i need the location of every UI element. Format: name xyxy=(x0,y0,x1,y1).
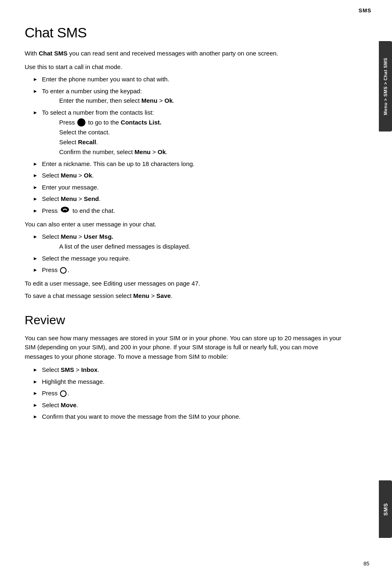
list-item: ► Select SMS > Inbox. xyxy=(25,365,347,375)
bullet-arrow-icon: ► xyxy=(33,160,38,168)
intro-paragraph: With Chat SMS you can read sent and rece… xyxy=(25,49,347,58)
list-item: ► Enter your message. xyxy=(25,183,347,192)
list-item: ► Enter the phone number you want to cha… xyxy=(25,75,347,84)
also-text: You can also enter a user message in you… xyxy=(25,220,347,229)
ok-circle-icon xyxy=(60,267,67,274)
list-item: ► Confirm that you want to move the mess… xyxy=(25,412,347,422)
bullet-arrow-icon: ► xyxy=(33,378,38,385)
list-item: ► Enter a nickname. This can be up to 18… xyxy=(25,159,347,169)
bullet-arrow-icon: ► xyxy=(33,390,38,397)
bullet-arrow-icon: ► xyxy=(33,401,38,409)
list-item: ► Select the message you require. xyxy=(25,254,347,263)
list-item: ► To select a number from the contacts l… xyxy=(25,108,347,157)
review-title: Review xyxy=(25,313,347,327)
use-this-text: Use this to start a call in chat mode. xyxy=(25,62,347,72)
save-text: To save a chat message session select Me… xyxy=(25,291,347,301)
review-intro: You can see how many messages are stored… xyxy=(25,334,347,362)
page-container: SMS Menu > SMS > Chat SMS SMS Chat SMS W… xyxy=(0,0,392,579)
bullet-arrow-icon: ► xyxy=(33,266,38,274)
right-tab-menu-sms-chat: Menu > SMS > Chat SMS xyxy=(379,41,392,131)
bullet-arrow-icon: ► xyxy=(33,207,38,215)
ok-circle-icon-2 xyxy=(60,390,67,397)
user-msg-bullet-list: ► Select Menu > User Msg. A list of the … xyxy=(25,232,347,275)
bullet-arrow-icon: ► xyxy=(33,76,38,83)
list-item: ► Press . xyxy=(25,389,347,398)
list-item: ► Press to end the chat. xyxy=(25,206,347,216)
edit-text: To edit a user message, see Editing user… xyxy=(25,279,347,288)
end-call-icon xyxy=(60,206,69,216)
chapter-title: Chat SMS xyxy=(25,25,347,41)
list-item: ► Select Move. xyxy=(25,401,347,410)
bullet-arrow-icon: ► xyxy=(33,88,38,95)
review-bullet-list: ► Select SMS > Inbox. ► Highlight the me… xyxy=(25,365,347,422)
bullet-arrow-icon: ► xyxy=(33,109,38,116)
contacts-icon xyxy=(77,118,85,127)
list-item: ► Select Menu > Send. xyxy=(25,194,347,204)
bullet-arrow-icon: ► xyxy=(33,195,38,203)
bullet-arrow-icon: ► xyxy=(33,255,38,262)
list-item: ► Highlight the message. xyxy=(25,377,347,387)
bullet-arrow-icon: ► xyxy=(33,413,38,420)
page-number: 85 xyxy=(364,561,369,567)
main-content: Chat SMS With Chat SMS you can read sent… xyxy=(0,0,376,450)
bullet-arrow-icon: ► xyxy=(33,184,38,191)
list-item: ► Select Menu > User Msg. A list of the … xyxy=(25,232,347,251)
list-item: ► Select Menu > Ok. xyxy=(25,171,347,180)
bullet-arrow-icon: ► xyxy=(33,233,38,240)
svg-point-0 xyxy=(61,207,69,212)
bullet-arrow-icon: ► xyxy=(33,366,38,374)
main-bullet-list: ► Enter the phone number you want to cha… xyxy=(25,75,347,216)
right-tab-sms-bottom: SMS xyxy=(379,480,392,538)
list-item: ► Press . xyxy=(25,265,347,275)
bullet-arrow-icon: ► xyxy=(33,172,38,179)
list-item: ► To enter a number using the keypad: En… xyxy=(25,87,347,106)
top-sms-label: SMS xyxy=(359,7,371,14)
